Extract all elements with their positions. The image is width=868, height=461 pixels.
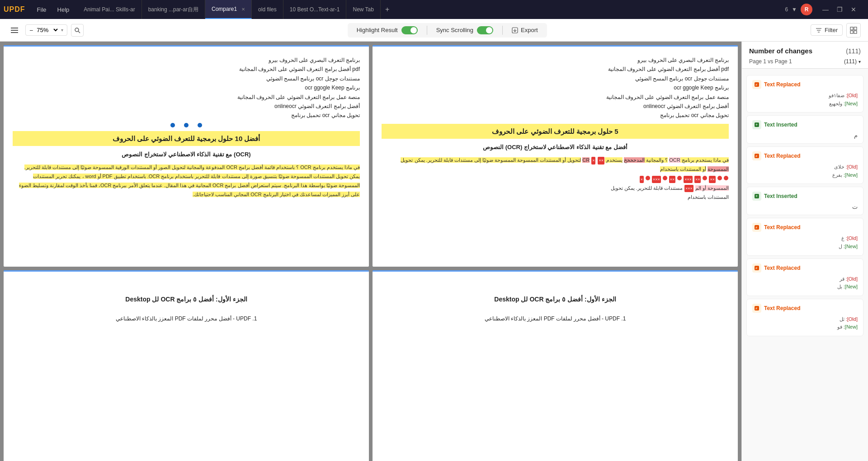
replaced-icon-6: ≠	[752, 263, 761, 273]
page-text-right: برنامج التعرف البصري على الحروف بيرو pdf…	[382, 56, 729, 202]
svg-point-3	[75, 28, 79, 32]
tab-banking[interactable]: banking ...par-ar自用	[142, 0, 205, 19]
maximize-button[interactable]: ❐	[834, 5, 845, 14]
pdf-row-2: الجزء الأول: أفضل ٥ برامج OCR لل Desktop…	[4, 270, 738, 461]
xx-marker: ××	[709, 176, 716, 183]
right-body-end: المستندات باستخدام	[382, 193, 729, 202]
new-text-6: بل	[837, 284, 842, 289]
layers-button[interactable]	[7, 23, 22, 38]
line-item: أفضل برامج التعرف الضوئي onlineocr	[382, 102, 729, 111]
page-compare-label: Page 1 vs Page 1	[749, 58, 792, 65]
sync-scrolling-toggle[interactable]	[477, 26, 493, 34]
line-item: تحويل مجاني ocr تحميل برنامج	[382, 111, 729, 120]
change-item-6[interactable]: ≠ Text Replaced [Old]: قر [New]: بل	[746, 259, 863, 296]
change-item-2[interactable]: + Text Inserted م	[746, 115, 863, 144]
change-item-5[interactable]: ≠ Text Replaced [Old]: غ [New]: ل	[746, 218, 863, 255]
tab-new-tab[interactable]: New Tab	[346, 0, 380, 19]
change-inserted-4: ت	[752, 203, 858, 210]
xx-marker: ××	[694, 176, 701, 183]
tabs-right: 6 ▼ R — ❐ ✕	[785, 4, 864, 15]
old-text-6: قر	[840, 276, 844, 282]
page-count-value: (111)	[844, 58, 857, 65]
normal-text-2: يستخدم	[605, 157, 623, 163]
highlighted-body-right: في ماذا يستخدم برنامج	[680, 157, 729, 163]
pdf-page-right-2: الجزء الأول: أفضل ٥ برامج OCR لل Desktop…	[373, 270, 738, 461]
change-type-label-2: Text Inserted	[764, 122, 797, 128]
minimize-button[interactable]: —	[820, 5, 831, 14]
filter-label: Filter	[825, 27, 838, 33]
tab-old-files[interactable]: old files	[252, 0, 283, 19]
right-body-line: الممسوحة أو الم ××× مستندات قابلة للتحري…	[611, 185, 729, 191]
menu-help[interactable]: Help	[53, 5, 74, 15]
export-label: Export	[521, 27, 538, 33]
panel-changes[interactable]: ≠ Text Replaced [Old]: ضفا١فو [New]: ولح…	[742, 69, 868, 461]
zoom-control[interactable]: − 75% 50% 100% 150% ▾	[25, 24, 67, 36]
highlight-result-label: Highlight Result	[357, 27, 398, 33]
new-tab-button[interactable]: +	[381, 5, 394, 14]
xx-marker: ××	[669, 176, 676, 183]
old-value-6: [Old]:	[846, 276, 858, 282]
right-body-cont: الممسوحة أو الم ××× مستندات قابلة للتحري…	[382, 184, 729, 193]
tab-label: banking ...par-ar自用	[148, 6, 198, 14]
left-subheading: (OCR) مع تقنية الذكاء الاصطناعي لاستخراج…	[13, 150, 360, 160]
left-page2-content: الجزء الأول: أفضل ٥ برامج OCR لل Desktop…	[13, 294, 360, 323]
marker-row: ×× ×× ××× ×× ××× ×	[382, 176, 729, 183]
right-lines: برنامج التعرف البصري على الحروف بيرو pdf…	[382, 56, 729, 120]
search-toolbar-button[interactable]	[71, 24, 84, 37]
pdf-area[interactable]: برنامج التعرف البصري على الحروف بيرو pdf…	[0, 42, 741, 461]
normal-text-5: مستندات قابلة للتحرير. يمكن تحويل	[611, 185, 683, 191]
change-item-7[interactable]: ≠ Text Replaced [Old]: ثل [New]: فو	[746, 299, 863, 336]
new-value-5: [New]:	[844, 244, 858, 249]
blue-dot	[198, 123, 202, 127]
new-value-3: [New]:	[844, 172, 858, 178]
export-button[interactable]: Export	[512, 27, 538, 33]
new-value-6: [New]:	[844, 284, 858, 289]
filter-button[interactable]: Filter	[811, 24, 843, 36]
view-toggle-button[interactable]	[846, 23, 861, 38]
change-item-1[interactable]: ≠ Text Replaced [Old]: ضفا١فو [New]: ولح…	[746, 75, 863, 113]
tab-dropdown-icon[interactable]: ▼	[792, 6, 797, 13]
zoom-out-icon[interactable]: −	[29, 27, 33, 34]
tab-label: 10 Best O...Text-ar-1	[290, 6, 340, 13]
tab-label: Animal Pai... Skills-ar	[84, 6, 135, 13]
highlight-result-group: Highlight Result	[357, 26, 418, 34]
old-value-7: [Old]:	[846, 316, 858, 322]
changed-inline: الممسوحة أو الم	[695, 185, 729, 191]
change-type-label-7: Text Replaced	[764, 305, 800, 311]
tab-animal-pai[interactable]: Animal Pai... Skills-ar	[77, 0, 142, 19]
new-text-7: فو	[837, 324, 842, 329]
pdf-row-1: برنامج التعرف البصري على الحروف بيرو pdf…	[4, 45, 738, 267]
change-item-4[interactable]: + Text Inserted ت	[746, 187, 863, 215]
svg-text:≠: ≠	[755, 306, 758, 310]
tab-label: old files	[258, 6, 277, 13]
page-compare-row: Page 1 vs Page 1 (111) ▾	[749, 58, 861, 65]
xx-marker: ×××	[684, 176, 693, 183]
tab-10best[interactable]: 10 Best O...Text-ar-1	[283, 0, 347, 19]
chevron-down-icon[interactable]: ▾	[859, 59, 861, 64]
marker-dot	[724, 176, 728, 180]
menu-file[interactable]: File	[33, 5, 51, 15]
tab-compare1[interactable]: Compare1 ✕	[205, 0, 252, 19]
xx-marker: ×××	[652, 176, 661, 183]
user-avatar[interactable]: R	[801, 4, 812, 15]
old-text-7: ثل	[840, 316, 844, 322]
svg-text:≠: ≠	[755, 154, 758, 158]
panel-title: Number of changes	[749, 47, 812, 55]
xx-marker-1: ××	[598, 157, 604, 164]
close-button[interactable]: ✕	[848, 5, 859, 14]
old-text-5: غ	[841, 235, 844, 241]
normal-text-4: أو المستندات باستخدام	[660, 166, 706, 172]
close-icon[interactable]: ✕	[241, 7, 245, 12]
window-controls: — ❐ ✕	[820, 5, 859, 14]
divider-2	[502, 26, 503, 35]
toolbar-center: Highlight Result Sync Scrolling Export	[89, 23, 805, 38]
zoom-select[interactable]: 75% 50% 100% 150%	[35, 26, 59, 34]
line-item: تحويل مجاني ocr تحميل برنامج	[13, 111, 360, 120]
svg-text:+: +	[755, 122, 758, 127]
line-item: منصة عمل برامج التعرف الضوئي على الحروف …	[13, 93, 360, 102]
change-item-3[interactable]: ≠ Text Replaced [Old]: خلاى [New]: بفرع	[746, 146, 863, 184]
right-panel: Number of changes (111) Page 1 vs Page 1…	[741, 42, 868, 461]
app-logo: UPDF	[4, 5, 25, 14]
line-item: أفضل برامج التعرف الضوئي onlineocr	[13, 102, 360, 111]
highlight-result-toggle[interactable]	[401, 26, 418, 34]
